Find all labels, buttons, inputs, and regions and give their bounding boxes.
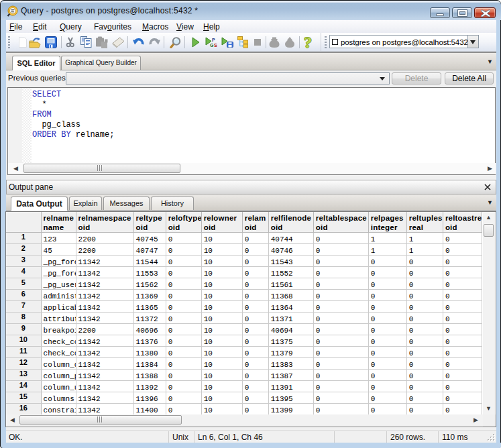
svg-text:P: P bbox=[212, 38, 215, 42]
svg-text:S: S bbox=[214, 43, 217, 48]
